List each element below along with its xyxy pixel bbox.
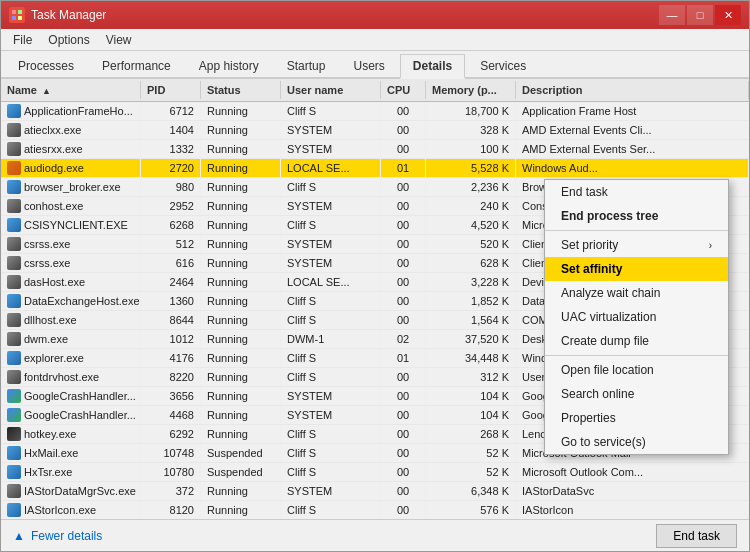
col-pid[interactable]: PID [141, 81, 201, 99]
cell-user: SYSTEM [281, 482, 381, 500]
table-row[interactable]: IAStorIcon.exe 8120 Running Cliff S 00 5… [1, 501, 749, 519]
ctx-uac-virtualization[interactable]: UAC virtualization [545, 305, 728, 329]
cell-cpu: 01 [381, 159, 426, 177]
tab-startup[interactable]: Startup [274, 54, 339, 77]
cell-name: csrss.exe [1, 235, 141, 253]
cell-cpu: 00 [381, 368, 426, 386]
cell-status: Running [201, 501, 281, 519]
cell-status: Running [201, 330, 281, 348]
process-icon [7, 237, 21, 251]
cell-pid: 2720 [141, 159, 201, 177]
cell-user: Cliff S [281, 463, 381, 481]
tabs-bar: Processes Performance App history Startu… [1, 51, 749, 79]
ctx-create-dump-file[interactable]: Create dump file [545, 329, 728, 353]
menu-options[interactable]: Options [40, 29, 97, 51]
cell-pid: 6268 [141, 216, 201, 234]
cell-cpu: 00 [381, 482, 426, 500]
tab-details[interactable]: Details [400, 54, 465, 79]
fewer-details-button[interactable]: ▲ Fewer details [13, 529, 102, 543]
cell-memory: 2,236 K [426, 178, 516, 196]
cell-user: Cliff S [281, 349, 381, 367]
cell-name: HxMail.exe [1, 444, 141, 462]
cell-pid: 2952 [141, 197, 201, 215]
cell-desc: Microsoft Outlook Com... [516, 463, 749, 481]
tab-processes[interactable]: Processes [5, 54, 87, 77]
tab-services[interactable]: Services [467, 54, 539, 77]
cell-name: csrss.exe [1, 254, 141, 272]
cell-user: SYSTEM [281, 235, 381, 253]
cell-cpu: 00 [381, 102, 426, 120]
cell-status: Running [201, 292, 281, 310]
cell-desc: AMD External Events Cli... [516, 121, 749, 139]
table-row[interactable]: HxTsr.exe 10780 Suspended Cliff S 00 52 … [1, 463, 749, 482]
cell-name: CSISYNCLIENT.EXE [1, 216, 141, 234]
col-status[interactable]: Status [201, 81, 281, 99]
title-bar: Task Manager — □ ✕ [1, 1, 749, 29]
ctx-go-to-service[interactable]: Go to service(s) [545, 430, 728, 454]
cell-desc: AMD External Events Ser... [516, 140, 749, 158]
ctx-set-affinity[interactable]: Set affinity [545, 257, 728, 281]
ctx-properties[interactable]: Properties [545, 406, 728, 430]
cell-user: Cliff S [281, 501, 381, 519]
ctx-separator-2 [545, 355, 728, 356]
ctx-search-online[interactable]: Search online [545, 382, 728, 406]
ctx-end-task[interactable]: End task [545, 180, 728, 204]
cell-cpu: 00 [381, 292, 426, 310]
cell-name: explorer.exe [1, 349, 141, 367]
cell-name: GoogleCrashHandler... [1, 387, 141, 405]
cell-cpu: 00 [381, 387, 426, 405]
col-user[interactable]: User name [281, 81, 381, 99]
cell-memory: 328 K [426, 121, 516, 139]
cell-pid: 372 [141, 482, 201, 500]
process-icon [7, 465, 21, 479]
menu-bar: File Options View [1, 29, 749, 51]
col-memory[interactable]: Memory (p... [426, 81, 516, 99]
cell-name: IAStorDataMgrSvc.exe [1, 482, 141, 500]
col-description[interactable]: Description [516, 81, 749, 99]
cell-user: Cliff S [281, 311, 381, 329]
close-button[interactable]: ✕ [715, 5, 741, 25]
process-icon [7, 104, 21, 118]
table-row[interactable]: IAStorDataMgrSvc.exe 372 Running SYSTEM … [1, 482, 749, 501]
tab-performance[interactable]: Performance [89, 54, 184, 77]
cell-cpu: 00 [381, 463, 426, 481]
cell-memory: 5,528 K [426, 159, 516, 177]
ctx-open-file-location[interactable]: Open file location [545, 358, 728, 382]
table-row[interactable]: atiesrxx.exe 1332 Running SYSTEM 00 100 … [1, 140, 749, 159]
tab-app-history[interactable]: App history [186, 54, 272, 77]
tab-users[interactable]: Users [340, 54, 397, 77]
cell-status: Running [201, 311, 281, 329]
cell-name: conhost.exe [1, 197, 141, 215]
ctx-end-process-tree[interactable]: End process tree [545, 204, 728, 228]
cell-name: ApplicationFrameHo... [1, 102, 141, 120]
table-row[interactable]: atieclxx.exe 1404 Running SYSTEM 00 328 … [1, 121, 749, 140]
cell-user: LOCAL SE... [281, 159, 381, 177]
cell-user: Cliff S [281, 368, 381, 386]
cell-name: audiodg.exe [1, 159, 141, 177]
cell-user: Cliff S [281, 216, 381, 234]
minimize-button[interactable]: — [659, 5, 685, 25]
process-icon [7, 446, 21, 460]
process-icon [7, 313, 21, 327]
process-icon [7, 427, 21, 441]
ctx-analyze-wait-chain[interactable]: Analyze wait chain [545, 281, 728, 305]
cell-user: Cliff S [281, 178, 381, 196]
col-name[interactable]: Name ▲ [1, 81, 141, 99]
cell-pid: 980 [141, 178, 201, 196]
col-cpu[interactable]: CPU [381, 81, 426, 99]
menu-file[interactable]: File [5, 29, 40, 51]
table-row[interactable]: ApplicationFrameHo... 6712 Running Cliff… [1, 102, 749, 121]
cell-name: HxTsr.exe [1, 463, 141, 481]
cell-pid: 1012 [141, 330, 201, 348]
cell-user: SYSTEM [281, 254, 381, 272]
process-icon [7, 161, 21, 175]
cell-user: SYSTEM [281, 387, 381, 405]
menu-view[interactable]: View [98, 29, 140, 51]
table-row[interactable]: audiodg.exe 2720 Running LOCAL SE... 01 … [1, 159, 749, 178]
end-task-button[interactable]: End task [656, 524, 737, 548]
ctx-set-priority[interactable]: Set priority › [545, 233, 728, 257]
cell-cpu: 00 [381, 235, 426, 253]
fewer-details-arrow: ▲ [13, 529, 25, 543]
maximize-button[interactable]: □ [687, 5, 713, 25]
svg-rect-1 [18, 10, 22, 14]
